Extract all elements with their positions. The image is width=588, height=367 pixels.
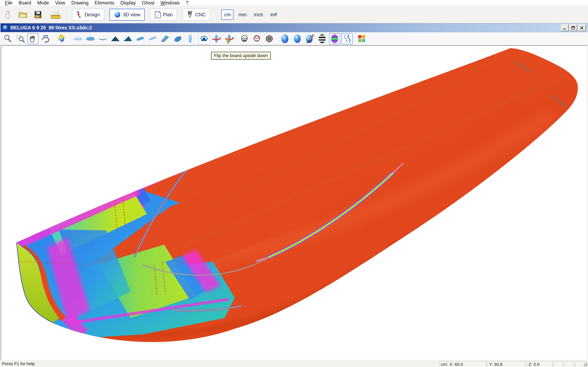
zoom-icon[interactable]: [2, 33, 13, 44]
document-icon: [2, 25, 8, 31]
view-toolbar: [0, 32, 588, 45]
menu-board[interactable]: Board: [18, 0, 31, 6]
menu-drawing[interactable]: Drawing: [71, 0, 88, 6]
menu-elements[interactable]: Elements: [95, 0, 114, 6]
wireframe-icon[interactable]: [239, 33, 250, 44]
main-toolbar: Design 3D view Plan CNC cm mm inch in/f: [0, 6, 588, 23]
view-front-icon[interactable]: [97, 33, 108, 44]
status-y-coordinate: Y: 30.8: [487, 361, 526, 367]
maximize-button[interactable]: [570, 25, 577, 31]
view-perspective-2-icon[interactable]: [172, 33, 183, 44]
measure-ruler-icon[interactable]: [50, 9, 61, 20]
3d-view-mode-label: 3D view: [123, 12, 140, 17]
unit-mm-button[interactable]: mm: [236, 9, 249, 20]
menu-view[interactable]: View: [55, 0, 65, 6]
view-side-icon[interactable]: [110, 33, 121, 44]
flip-upside-down-icon[interactable]: [199, 33, 209, 44]
zoom-window-icon[interactable]: [15, 33, 26, 44]
menu-display[interactable]: Display: [121, 0, 136, 6]
save-icon[interactable]: [33, 9, 43, 20]
menu-windows[interactable]: Windows: [160, 0, 180, 6]
tooltip: Flip the board upside down: [211, 52, 271, 59]
render-zebra-icon[interactable]: [317, 33, 328, 44]
wireframe-mesh-icon[interactable]: [264, 33, 275, 44]
menu-mode[interactable]: Mode: [37, 0, 49, 6]
rotate-3d-icon[interactable]: [40, 33, 51, 44]
close-button[interactable]: [578, 25, 586, 31]
status-help-text: Press F1 for help: [2, 361, 35, 366]
spin-vertical-icon[interactable]: [223, 33, 234, 44]
view-tilt-1-icon[interactable]: [135, 33, 146, 44]
shape3d-app: File Board Mode View Drawing Elements Di…: [0, 0, 588, 367]
toolbar-separator: [217, 8, 217, 21]
view-tilt-2-icon[interactable]: [147, 33, 158, 44]
plan-mode-label: Plan: [163, 12, 173, 17]
unit-inf-button[interactable]: in/f: [268, 9, 279, 20]
3d-view-mode-button[interactable]: 3D view: [109, 9, 145, 21]
view-side-2-icon[interactable]: [122, 33, 133, 44]
wireframe-slices-icon[interactable]: [251, 33, 262, 44]
render-paint-icon[interactable]: [304, 33, 315, 44]
render-solid-icon[interactable]: [279, 33, 290, 44]
render-smooth-icon[interactable]: [292, 33, 303, 44]
view-nose-icon[interactable]: [185, 33, 196, 44]
window-colors-icon[interactable]: [356, 33, 367, 44]
status-unit: cm: [439, 361, 447, 367]
view-top-icon[interactable]: [72, 33, 84, 44]
spin-horizontal-icon[interactable]: [211, 33, 222, 44]
board-outline-icon[interactable]: [2, 9, 13, 20]
menu-file[interactable]: File: [5, 0, 12, 6]
unit-cm-button[interactable]: cm: [221, 9, 233, 20]
tooltip-text: Flip the board upside down: [214, 53, 268, 58]
open-folder-icon[interactable]: [17, 9, 28, 20]
view-perspective-1-icon[interactable]: [160, 33, 171, 44]
menu-ghost[interactable]: Ghost: [142, 0, 154, 6]
design-mode-button[interactable]: Design: [72, 9, 104, 21]
board-3d-render[interactable]: [1, 46, 587, 360]
3d-viewport[interactable]: [1, 45, 587, 360]
light-icon[interactable]: [56, 33, 67, 44]
menu-help[interactable]: ?: [186, 0, 189, 6]
pan-icon[interactable]: [27, 33, 38, 44]
status-empty-field: [564, 361, 574, 367]
plan-mode-button[interactable]: Plan: [150, 9, 177, 21]
design-mode-label: Design: [85, 12, 100, 17]
menu-bar: File Board Mode View Drawing Elements Di…: [0, 0, 588, 6]
view-bottom-icon[interactable]: [85, 33, 96, 44]
status-x-coordinate: X: 60.0: [448, 361, 486, 367]
document-title-bar[interactable]: BELUGA 6 9 25 89 litres XX.s3dx:2: [0, 23, 588, 32]
status-bar: Press F1 for help cm X: 60.0 Y: 30.8 Z: …: [0, 360, 588, 367]
cnc-mode-label: CNC: [195, 12, 206, 17]
toolbar-separator: [67, 8, 67, 21]
status-empty-field: [554, 361, 563, 367]
unit-inch-button[interactable]: inch: [251, 9, 265, 20]
minimize-button[interactable]: [561, 25, 569, 31]
document-title: BELUGA 6 9 25 89 litres XX.s3dx:2: [10, 25, 92, 31]
curvature-map-icon[interactable]: [329, 33, 340, 44]
resize-grip[interactable]: [582, 361, 588, 367]
status-z-coordinate: Z: 0.0: [527, 361, 553, 367]
symmetry-curves-icon[interactable]: [342, 33, 353, 44]
cnc-mode-button[interactable]: CNC: [182, 9, 210, 21]
